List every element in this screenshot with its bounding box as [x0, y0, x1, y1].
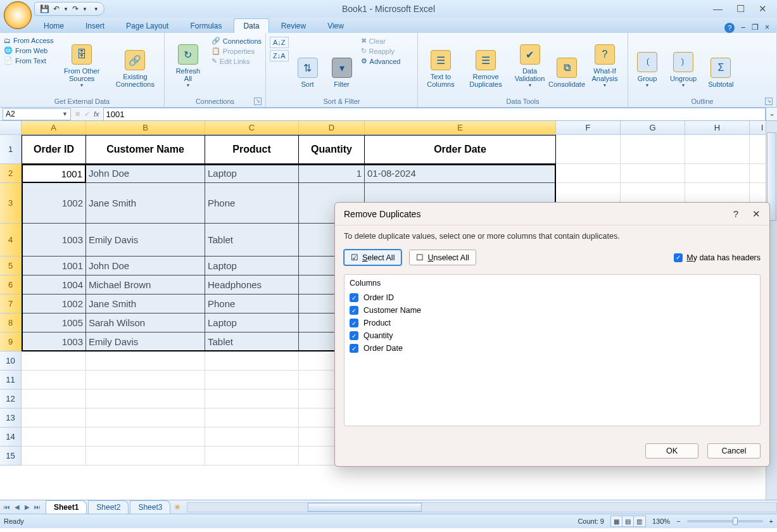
- row-header[interactable]: 12: [0, 390, 22, 408]
- cell[interactable]: [86, 352, 205, 370]
- row-header[interactable]: 13: [0, 408, 22, 428]
- zoom-out-button[interactable]: −: [676, 517, 680, 525]
- row-header[interactable]: 2: [0, 164, 22, 183]
- cell[interactable]: Laptop: [205, 164, 299, 183]
- group-button[interactable]: ⟮Group▾: [632, 34, 662, 90]
- data-validation-button[interactable]: ✔Data Validation▾: [512, 34, 548, 90]
- cancel-button[interactable]: Cancel: [707, 443, 761, 459]
- cell[interactable]: [86, 390, 205, 408]
- cell[interactable]: [22, 428, 86, 446]
- from-text-button[interactable]: 📄From Text: [4, 56, 54, 65]
- cell[interactable]: Phone: [205, 294, 299, 314]
- row-header[interactable]: 3: [0, 183, 22, 224]
- cell[interactable]: [86, 428, 205, 446]
- cell[interactable]: Laptop: [205, 256, 299, 276]
- help-icon[interactable]: ?: [724, 23, 735, 33]
- next-sheet-button[interactable]: ▶: [23, 504, 32, 510]
- row-header[interactable]: 5: [0, 256, 22, 276]
- column-header[interactable]: D: [299, 121, 365, 135]
- last-sheet-button[interactable]: ⏭: [33, 504, 42, 510]
- normal-view-button[interactable]: ▦: [611, 516, 622, 526]
- prev-sheet-button[interactable]: ◀: [13, 504, 22, 510]
- cell[interactable]: 1001: [22, 256, 86, 276]
- advanced-button[interactable]: ⚙Advanced: [361, 57, 401, 65]
- sort-button[interactable]: ⇅Sort: [293, 34, 323, 90]
- row-header[interactable]: 6: [0, 276, 22, 294]
- cell[interactable]: John Doe: [86, 164, 205, 183]
- cell[interactable]: Emily Davis: [86, 224, 205, 256]
- sheet-tab[interactable]: Sheet1: [46, 500, 87, 514]
- cell[interactable]: [685, 135, 750, 164]
- cell[interactable]: [22, 352, 86, 370]
- row-header[interactable]: 11: [0, 370, 22, 390]
- cell[interactable]: [556, 164, 621, 183]
- cell[interactable]: 1002: [22, 183, 86, 224]
- ungroup-button[interactable]: ⟯Ungroup▾: [666, 34, 700, 90]
- cell[interactable]: [556, 135, 621, 164]
- enter-formula-icon[interactable]: ✔: [84, 110, 90, 118]
- name-box[interactable]: A2▼: [3, 108, 71, 120]
- cell[interactable]: Customer Name: [86, 135, 205, 164]
- subtotal-button[interactable]: ΣSubtotal: [704, 34, 737, 90]
- tab-data[interactable]: Data: [234, 18, 268, 33]
- sort-desc-button[interactable]: Z↓A: [270, 50, 289, 61]
- cell[interactable]: 1003: [22, 224, 86, 256]
- column-header[interactable]: H: [685, 121, 750, 135]
- cell[interactable]: Order Date: [365, 135, 556, 164]
- cell[interactable]: [205, 408, 299, 428]
- doc-restore-button[interactable]: ❐: [752, 23, 759, 33]
- from-other-sources-button[interactable]: 🗄From Other Sources▾: [58, 34, 106, 90]
- cell[interactable]: Order ID: [22, 135, 86, 164]
- scrollbar-thumb[interactable]: [308, 503, 422, 512]
- tab-home[interactable]: Home: [34, 18, 73, 33]
- cell[interactable]: [205, 370, 299, 390]
- cell[interactable]: 1005: [22, 314, 86, 332]
- row-header[interactable]: 4: [0, 224, 22, 256]
- cell[interactable]: [621, 164, 685, 183]
- cell[interactable]: Laptop: [205, 314, 299, 332]
- fx-icon[interactable]: fx: [94, 110, 99, 118]
- page-break-view-button[interactable]: ▥: [634, 516, 645, 526]
- first-sheet-button[interactable]: ⏮: [3, 504, 11, 510]
- cell[interactable]: 1003: [22, 332, 86, 352]
- column-checkbox-item[interactable]: ✓Quantity: [350, 329, 755, 342]
- remove-duplicates-button[interactable]: ☰Remove Duplicates: [464, 34, 508, 90]
- zoom-level[interactable]: 130%: [652, 517, 670, 525]
- sort-asc-button[interactable]: A↓Z: [270, 37, 289, 48]
- cell[interactable]: Sarah Wilson: [86, 314, 205, 332]
- column-header[interactable]: E: [365, 121, 556, 135]
- cell[interactable]: [86, 370, 205, 390]
- expand-formula-bar-icon[interactable]: ⌄: [766, 108, 777, 121]
- cell[interactable]: Michael Brown: [86, 276, 205, 294]
- row-header[interactable]: 10: [0, 352, 22, 370]
- column-checkbox-item[interactable]: ✓Customer Name: [350, 304, 755, 317]
- cell[interactable]: [205, 390, 299, 408]
- column-checkbox-item[interactable]: ✓Order Date: [350, 342, 755, 355]
- cell[interactable]: [22, 390, 86, 408]
- cell[interactable]: 1002: [22, 294, 86, 314]
- tab-review[interactable]: Review: [272, 18, 315, 33]
- from-web-button[interactable]: 🌐From Web: [4, 46, 54, 54]
- doc-minimize-button[interactable]: –: [741, 23, 745, 33]
- select-all-button[interactable]: ☑Select All: [344, 250, 401, 265]
- cell[interactable]: John Doe: [86, 256, 205, 276]
- formula-input[interactable]: 1001: [103, 108, 766, 121]
- tab-page-layout[interactable]: Page Layout: [117, 18, 178, 33]
- ok-button[interactable]: OK: [645, 443, 698, 459]
- select-all-button[interactable]: [0, 121, 22, 135]
- cell[interactable]: [22, 408, 86, 428]
- cell[interactable]: Jane Smith: [86, 183, 205, 224]
- connections-button[interactable]: 🔗Connections: [212, 37, 262, 45]
- row-header[interactable]: 15: [0, 446, 22, 466]
- what-if-button[interactable]: ?What-If Analysis▾: [586, 34, 624, 90]
- dialog-launcher-icon[interactable]: ↘: [254, 98, 262, 105]
- row-header[interactable]: 14: [0, 428, 22, 446]
- column-header[interactable]: G: [621, 121, 685, 135]
- page-layout-view-button[interactable]: ▤: [622, 516, 634, 526]
- tab-insert[interactable]: Insert: [76, 18, 114, 33]
- row-header[interactable]: 8: [0, 314, 22, 332]
- column-header[interactable]: F: [556, 121, 621, 135]
- cell[interactable]: [621, 135, 685, 164]
- column-header[interactable]: C: [205, 121, 299, 135]
- tab-formulas[interactable]: Formulas: [180, 18, 231, 33]
